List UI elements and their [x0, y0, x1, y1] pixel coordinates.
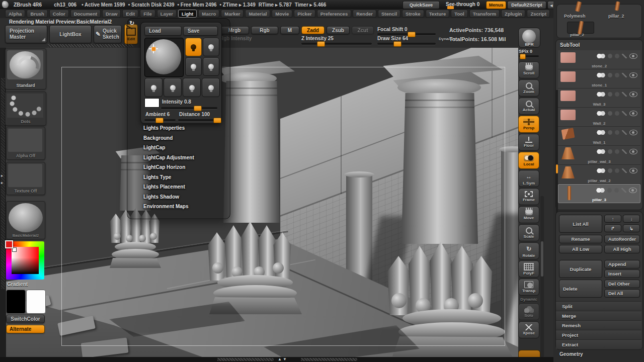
- subtool-up-button[interactable]: ↑: [604, 215, 621, 223]
- draw-size-handle[interactable]: [393, 41, 401, 47]
- toggle-icon[interactable]: [608, 149, 612, 154]
- toggle-icon[interactable]: [607, 188, 612, 193]
- polypaint-icon[interactable]: [597, 54, 605, 58]
- viewport-canvas[interactable]: [6, 48, 518, 357]
- menu-render[interactable]: Render: [353, 10, 376, 18]
- bpr-button[interactable]: BPR: [518, 28, 540, 48]
- menu-color[interactable]: Color: [49, 10, 69, 18]
- menu-macro[interactable]: Macro: [198, 10, 219, 18]
- toggle-icon[interactable]: [614, 188, 619, 193]
- tool-scale[interactable]: Scale: [518, 224, 539, 241]
- subtool-row[interactable]: pillar_wal_3: [558, 146, 640, 165]
- tray-arrow-icon[interactable]: ▸: [1, 180, 3, 185]
- delete-button[interactable]: Delete: [559, 280, 602, 298]
- tool-dynamic-label[interactable]: Dynamic: [518, 297, 539, 302]
- draw-size-slider[interactable]: [377, 43, 436, 45]
- visibility-eye-icon[interactable]: [629, 188, 637, 193]
- secondary-color-swatch[interactable]: [26, 290, 46, 314]
- polypaint-icon[interactable]: [597, 168, 605, 173]
- visibility-eye-icon[interactable]: [629, 168, 637, 173]
- light-menu-section[interactable]: LightCap: [143, 145, 226, 150]
- scrollbar-thumb[interactable]: [541, 241, 543, 277]
- tool-xpose[interactable]: Xpose: [518, 321, 539, 338]
- menu-zplugin[interactable]: Zplugin: [501, 10, 525, 18]
- menu-material[interactable]: Material: [245, 10, 270, 18]
- light-color-swatch[interactable]: [144, 98, 159, 108]
- insert-button[interactable]: Insert: [604, 269, 640, 278]
- menu-stroke[interactable]: Stroke: [402, 10, 424, 18]
- merge-button[interactable]: Merge: [556, 311, 641, 320]
- focal-shift-handle[interactable]: [408, 32, 416, 37]
- menus-button[interactable]: Menus: [486, 1, 506, 9]
- z-intensity-handle[interactable]: [317, 41, 325, 47]
- tray-toggle-arrows-icon[interactable]: ▲▼: [278, 357, 288, 361]
- ambient-handle[interactable]: [155, 118, 164, 123]
- toggle-icon[interactable]: [608, 73, 612, 77]
- geometry-section-header[interactable]: Geometry: [559, 351, 583, 357]
- all-low-button[interactable]: All Low: [559, 245, 602, 253]
- toggle-icon[interactable]: [608, 111, 612, 116]
- move-down-button[interactable]: ↳: [623, 224, 640, 232]
- light-preview-sphere[interactable]: [144, 38, 184, 77]
- light-menu-section[interactable]: Lights Placement: [143, 184, 226, 190]
- light-8-toggle[interactable]: [202, 78, 220, 97]
- light-menu-section[interactable]: Background: [143, 135, 226, 141]
- lightbox-button[interactable]: LightBox: [49, 25, 92, 43]
- zcut-button[interactable]: Zcut: [352, 26, 374, 34]
- zsub-button[interactable]: Zsub: [327, 26, 350, 34]
- light-menu-section[interactable]: Lights Properties: [143, 125, 226, 131]
- brush-toggle-icon[interactable]: [622, 111, 627, 116]
- menu-preferences[interactable]: Preferences: [317, 10, 351, 18]
- tool-floor[interactable]: Floor: [518, 134, 539, 151]
- zadd-button[interactable]: Zadd: [301, 26, 325, 34]
- tool-move[interactable]: Move: [518, 206, 539, 223]
- subtool-scroll-marker[interactable]: [556, 164, 558, 173]
- tool-zoom[interactable]: Zoom: [518, 79, 539, 97]
- subtool-down-button[interactable]: ↓: [623, 215, 640, 223]
- polypaint-icon[interactable]: [597, 73, 605, 77]
- default-zscript-button[interactable]: DefaultZScript: [507, 1, 546, 9]
- del-all-button[interactable]: Del All: [604, 289, 640, 298]
- tool-thumb-small[interactable]: [614, 1, 620, 11]
- brush-toggle-icon[interactable]: [622, 92, 627, 97]
- subtool-header[interactable]: SubTool: [560, 42, 580, 48]
- tray-divider-hatch[interactable]: [48, 44, 133, 47]
- color-picker[interactable]: [6, 241, 44, 280]
- refresh-icon[interactable]: ↻: [129, 20, 134, 27]
- brush-toggle-icon[interactable]: [621, 188, 626, 193]
- spix-slider[interactable]: [519, 55, 539, 57]
- menu-transform[interactable]: Transform: [469, 10, 500, 18]
- extract-button[interactable]: Extract: [556, 339, 641, 349]
- polypaint-icon[interactable]: [597, 149, 605, 154]
- spix-handle[interactable]: [520, 54, 526, 59]
- tool-actual[interactable]: Actual: [518, 98, 539, 115]
- tool-persp[interactable]: Persp: [518, 116, 539, 133]
- material-picker[interactable]: BasicMaterial2: [6, 201, 45, 239]
- current-color-swatch[interactable]: [5, 240, 13, 248]
- distance-slider[interactable]: [178, 119, 218, 121]
- subtool-row[interactable]: Wall_1: [558, 127, 640, 146]
- brush-toggle-icon[interactable]: [622, 73, 627, 77]
- save-button[interactable]: Save: [183, 26, 218, 36]
- stroke-picker[interactable]: Dots: [5, 92, 46, 126]
- subtool-row[interactable]: pillar_3: [558, 184, 640, 203]
- menu-light[interactable]: Light: [178, 10, 197, 18]
- light-position-dot[interactable]: [151, 47, 156, 51]
- menu-brush[interactable]: Brush: [27, 10, 47, 18]
- move-up-button[interactable]: ↱: [604, 224, 621, 232]
- bottom-tray-divider[interactable]: ▲▼: [0, 357, 553, 362]
- tool-polyf[interactable]: PolyF: [518, 260, 539, 278]
- tool-lsym[interactable]: L.Sym: [518, 170, 539, 187]
- brush-toggle-icon[interactable]: [622, 130, 627, 135]
- toggle-icon[interactable]: [615, 111, 619, 116]
- brush-toggle-icon[interactable]: [622, 54, 627, 58]
- alpha-picker[interactable]: Alpha Off: [6, 127, 45, 160]
- toggle-icon[interactable]: [615, 54, 619, 58]
- distance-handle[interactable]: [213, 118, 221, 123]
- remesh-button[interactable]: Remesh: [556, 320, 641, 330]
- menu-texture[interactable]: Texture: [426, 10, 450, 18]
- brush-toggle-icon[interactable]: [622, 149, 627, 154]
- polymesh-label[interactable]: Polymesh: [564, 14, 586, 19]
- load-button[interactable]: Load: [144, 26, 182, 36]
- list-all-button[interactable]: List All: [559, 215, 602, 233]
